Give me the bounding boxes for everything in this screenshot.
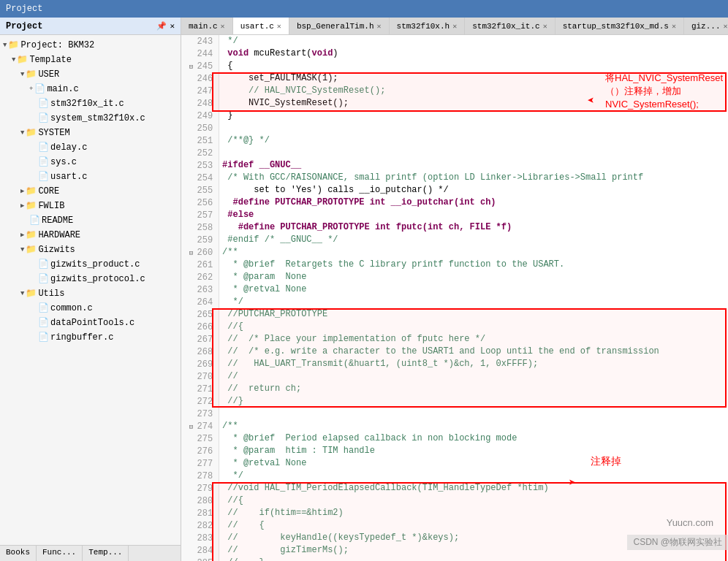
tree-item-user[interactable]: ▼ 📁 USER — [0, 67, 181, 82]
tree-item-datapoint[interactable]: 📄 dataPointTools.c — [0, 316, 181, 330]
line-code[interactable]: //void HAL_TIM_PeriodElapsedCallback(TIM… — [219, 482, 728, 495]
line-code[interactable]: /** — [219, 420, 728, 432]
line-code[interactable]: /**@} */ — [219, 134, 728, 147]
line-code[interactable]: /** — [219, 246, 728, 259]
expand-icon: ▼ — [12, 53, 15, 66]
line-code[interactable]: #else — [219, 209, 728, 221]
line-code[interactable]: // if(htim==&htim2) — [219, 507, 728, 519]
tree-item-gizwits-product[interactable]: 📄 gizwits_product.c — [0, 257, 181, 272]
line-code[interactable]: // return ch; — [219, 383, 728, 395]
line-number: 253 — [181, 159, 219, 172]
tab-close-stm32h[interactable]: ✕ — [452, 22, 457, 31]
tree-item-stm32-it[interactable]: 📄 stm32f10x_it.c — [0, 96, 181, 111]
tab-bsp[interactable]: bsp_GeneralTim.h ✕ — [289, 18, 390, 35]
tree-item-hardware[interactable]: ▶ 📁 HARDWARE — [0, 228, 181, 243]
tab-close-main[interactable]: ✕ — [221, 22, 225, 31]
tree-item-ringbuffer[interactable]: 📄 ringbuffer.c — [0, 330, 181, 345]
tree-item-main-c[interactable]: + 📄 main.c — [0, 82, 181, 96]
line-code[interactable] — [219, 147, 728, 159]
tab-close-stm32it[interactable]: ✕ — [543, 22, 547, 31]
line-number: 266 — [181, 321, 219, 333]
tab-stm32-it[interactable]: stm32f10x_it.c ✕ — [465, 18, 555, 35]
line-code[interactable]: set_FAULTMASK(1); — [219, 72, 728, 85]
panel-tab-func[interactable]: Func... — [37, 546, 83, 561]
tab-main-c[interactable]: main.c ✕ — [181, 18, 233, 35]
line-code[interactable]: */ — [219, 470, 728, 482]
line-code[interactable]: /* With GCC/RAISONANCE, small printf (op… — [219, 172, 728, 184]
tree-item-delay[interactable]: 📄 delay.c — [0, 140, 181, 155]
code-line-274: ⊟ 274/** — [181, 420, 728, 432]
line-code[interactable]: * @brief Period elapsed callback in non … — [219, 432, 728, 445]
tree-item-gizwits-protocol[interactable]: 📄 gizwits_protocol.c — [0, 272, 181, 286]
tab-stm32h[interactable]: stm32f10x.h ✕ — [390, 18, 466, 35]
line-code[interactable]: // /* Place your implementation of fputc… — [219, 333, 728, 346]
line-code[interactable]: #define PUTCHAR_PROTOTYPE int fputc(int … — [219, 221, 728, 234]
tree-label: Gizwits — [38, 243, 75, 256]
tree-item-readme[interactable]: 📄 README — [0, 213, 181, 228]
line-code[interactable]: void mcuRestart(void) — [219, 47, 728, 60]
line-code[interactable]: //PUTCHAR_PROTOTYPE — [219, 308, 728, 321]
tree-item-root[interactable]: ▼ 📁 Project: BKM32 — [0, 38, 181, 53]
line-code[interactable] — [219, 122, 728, 134]
panel-tab-books[interactable]: Books — [0, 546, 37, 561]
line-code[interactable]: // HAL_NVIC_SystemReset(); — [219, 85, 728, 97]
line-code[interactable]: set to 'Yes') calls __io_putchar() */ — [219, 184, 728, 196]
line-code[interactable] — [219, 408, 728, 420]
line-code[interactable]: // gizTimerMs(); — [219, 544, 728, 557]
line-code[interactable]: * @retval None — [219, 457, 728, 470]
line-number: 280 — [181, 495, 219, 507]
panel-tab-temp[interactable]: Temp... — [83, 546, 129, 561]
line-code[interactable]: } — [219, 110, 728, 122]
line-code[interactable]: // keyHandle((keysTypedef_t *)&keys); — [219, 532, 728, 544]
line-code[interactable]: */ — [219, 296, 728, 308]
line-code[interactable]: */ — [219, 35, 728, 47]
tab-usart-c[interactable]: usart.c ✕ — [233, 18, 289, 35]
line-code[interactable]: // } — [219, 557, 728, 561]
code-area[interactable]: 243 */244 void mcuRestart(void)⊟ 245 {24… — [181, 35, 728, 561]
line-code[interactable]: // /* e.g. write a character to the USAR… — [219, 346, 728, 358]
line-number: 259 — [181, 234, 219, 246]
panel-close-icon[interactable]: ✕ — [170, 21, 175, 31]
panel-pin-icon[interactable]: 📌 — [156, 21, 167, 31]
tab-close-bsp[interactable]: ✕ — [377, 22, 382, 31]
line-code[interactable]: // { — [219, 519, 728, 532]
tab-giz[interactable]: giz... ✕ — [684, 18, 728, 35]
line-code[interactable]: //{ — [219, 321, 728, 333]
tree-item-core[interactable]: ▶ 📁 CORE — [0, 184, 181, 199]
line-code[interactable]: //} — [219, 395, 728, 408]
file-icon: 📄 — [38, 302, 49, 315]
line-code[interactable]: //{ — [219, 495, 728, 507]
line-code[interactable]: #define PUTCHAR_PROTOTYPE int __io_putch… — [219, 196, 728, 209]
line-code[interactable]: #endif /* __GNUC__ */ — [219, 234, 728, 246]
code-line-257: 257 #else — [181, 209, 728, 221]
tree-item-system-stm32[interactable]: 📄 system_stm32f10x.c — [0, 111, 181, 126]
code-table: 243 */244 void mcuRestart(void)⊟ 245 {24… — [181, 35, 728, 561]
tree-item-system[interactable]: ▼ 📁 SYSTEM — [0, 126, 181, 140]
line-code[interactable]: NVIC_SystemReset(); — [219, 97, 728, 110]
line-code[interactable]: #ifdef __GNUC__ — [219, 159, 728, 172]
tab-close-giz[interactable]: ✕ — [724, 22, 728, 31]
tab-close-usart[interactable]: ✕ — [277, 22, 281, 31]
tree-item-template[interactable]: ▼ 📁 Template — [0, 53, 181, 67]
line-code[interactable]: // HAL_UART_Transmit(&huart1, (uint8_t *… — [219, 358, 728, 370]
line-code[interactable]: * @param htim : TIM handle — [219, 445, 728, 457]
line-code[interactable]: * @brief Retargets the C library printf … — [219, 259, 728, 271]
tree-item-utils[interactable]: ▼ 📁 Utils — [0, 286, 181, 301]
line-code[interactable]: { — [219, 60, 728, 72]
tab-close-startup[interactable]: ✕ — [672, 22, 676, 31]
tab-label: bsp_GeneralTim.h — [297, 22, 374, 31]
tree-item-gizwits[interactable]: ▼ 📁 Gizwits — [0, 243, 181, 257]
code-line-258: 258 #define PUTCHAR_PROTOTYPE int fputc(… — [181, 221, 728, 234]
tree-label: system_stm32f10x.c — [50, 112, 145, 125]
line-code[interactable]: * @retval None — [219, 283, 728, 296]
tree-item-common[interactable]: 📄 common.c — [0, 301, 181, 316]
tree-item-usart[interactable]: 📄 usart.c — [0, 169, 181, 184]
line-code[interactable]: // — [219, 370, 728, 383]
line-code[interactable]: * @param None — [219, 271, 728, 283]
panel-tabs: Books Func... Temp... — [0, 545, 181, 561]
tree-item-sys[interactable]: 📄 sys.c — [0, 155, 181, 169]
tree-label: SYSTEM — [38, 126, 69, 140]
tab-startup[interactable]: startup_stm32f10x_md.s ✕ — [556, 18, 684, 35]
line-number: 262 — [181, 271, 219, 283]
tree-item-fwlib[interactable]: ▶ 📁 FWLIB — [0, 199, 181, 213]
